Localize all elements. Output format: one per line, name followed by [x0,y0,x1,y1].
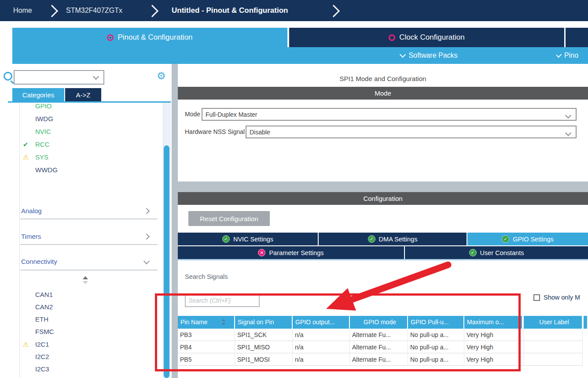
cell-user-label[interactable] [524,329,583,341]
chevron-down-icon [400,51,406,57]
cell-pin[interactable]: PB3 [178,329,235,341]
sidebar-tab-a-to-z[interactable]: A->Z [65,88,101,102]
chevron-down-icon [556,51,562,57]
warning-icon: ⚠ [23,153,29,161]
sidebar-category-timers[interactable]: Timers [21,230,41,243]
sidebar-tab-a-to-z-label: A->Z [76,91,91,99]
cell-mode[interactable]: Alternate Fu... [350,341,408,353]
sidebar-item-gpio[interactable]: GPIO [35,100,52,112]
sidebar-item-i2c3[interactable]: I2C3 [35,363,49,375]
tab-clock-configuration-label-row[interactable]: Clock Configuration [289,28,564,47]
nss-select[interactable]: Disable [246,126,577,138]
warning-icon: ⚠ [23,341,29,348]
column-header-user-label[interactable]: User Label [524,316,583,329]
scroll-down-spinner[interactable] [83,281,88,284]
chevron-right-icon [143,208,150,214]
column-header-extra [584,316,588,329]
sidebar-category-connectivity[interactable]: Connectivity [21,256,57,268]
cell-output[interactable]: n/a [293,353,350,366]
sidebar-item-nvic[interactable]: NVIC [35,125,51,138]
sidebar-scrollbar-thumb[interactable] [164,145,169,378]
tab-pinout-label: Pinout & Configuration [118,33,192,42]
cell-output[interactable]: n/a [293,329,350,341]
tree-panel-border [19,103,20,378]
software-packs-label: Software Packs [408,52,457,59]
success-badge-icon: ✓ [368,235,375,243]
tab-user-constants[interactable]: ✓ User Constants [405,246,588,259]
reset-configuration-button[interactable]: Reset Configuration [188,211,270,226]
tab-nvic-settings[interactable]: ✓ NVIC Settings [178,233,318,245]
sort-desc-icon [222,323,225,325]
cell-signal[interactable]: SPI1_MISO [235,341,293,353]
sidebar-item-fsmc[interactable]: FSMC [35,325,54,338]
tab-pinout-configuration[interactable]: Pinout & Configuration [12,28,287,47]
sidebar-search-combo[interactable] [14,70,104,85]
sidebar-item-sys[interactable]: SYS [35,151,48,163]
sidebar-tab-categories-label: Categories [22,91,55,99]
sidebar-item-eth[interactable]: ETH [35,313,48,326]
sidebar-item-i2c1[interactable]: I2C1 [35,338,49,351]
tab-gpio-settings[interactable]: ✓ GPIO Settings [467,233,588,245]
signals-search-input[interactable] [185,293,260,307]
pinout-menu-label: Pino [564,52,578,59]
tab-dma-settings[interactable]: ✓ DMA Settings [319,233,467,245]
software-packs-menu[interactable]: Software Packs [387,47,471,64]
gear-icon[interactable]: ⚙ [157,70,166,81]
mode-select[interactable]: Full-Duplex Master [202,108,577,121]
column-header-gpio-output[interactable]: GPIO output... [293,316,350,329]
breadcrumb-project[interactable]: Untitled - Pinout & Configuration [172,0,288,21]
cell-user-label[interactable] [524,341,583,353]
tab-clock-label: Clock Configuration [399,33,464,42]
scroll-up-spinner[interactable] [83,276,88,279]
cell-pull[interactable]: No pull-up a... [408,341,464,353]
cell-signal[interactable]: SPI1_MOSI [235,353,293,366]
cell-mode[interactable]: Alternate Fu... [350,329,408,341]
cell-speed[interactable]: Very High [464,353,524,366]
show-only-checkbox[interactable] [533,294,540,301]
sidebar-item-can2[interactable]: CAN2 [35,300,53,313]
cell-pin[interactable]: PB5 [178,353,235,366]
breadcrumb-mcu[interactable]: STM32F407ZGTx [66,0,122,21]
cell-output[interactable]: n/a [293,341,350,353]
check-icon: ✔ [23,141,29,148]
pinout-menu[interactable]: Pino [556,47,585,64]
breadcrumb-home[interactable]: Home [13,0,32,21]
cell-signal[interactable]: SPI1_SCK [235,329,293,341]
cell-pin[interactable]: PB4 [178,341,235,353]
column-header-pin-name[interactable]: Pin Name [178,316,235,329]
stm32cubemx-window: Home STM32F407ZGTx Untitled - Pinout & C… [0,0,588,378]
show-only-checkbox-label: Show only M [544,294,588,301]
sidebar-item-wwdg[interactable]: WWDG [35,163,58,176]
cell-pull[interactable]: No pull-up a... [408,353,464,366]
column-header-gpio-pull[interactable]: GPIO Pull-u... [408,316,464,329]
column-header-max-output[interactable]: Maximum o... [464,316,523,329]
cell-speed[interactable]: Very High [464,341,524,353]
column-header-gpio-mode[interactable]: GPIO mode [350,316,408,329]
search-icon [4,72,12,81]
search-signals-label: Search Signals [185,273,228,280]
sidebar-item-can1[interactable]: CAN1 [35,288,53,301]
sort-asc-icon [222,319,225,321]
success-badge-icon: ✓ [502,235,509,243]
success-badge-icon: ✓ [222,235,230,243]
sidebar-item-i2c2[interactable]: I2C2 [35,350,49,363]
nss-select-value: Disable [250,129,270,136]
sidebar-item-rcc[interactable]: RCC [35,138,50,151]
success-badge-icon: ✓ [469,249,477,256]
tab-user-constants-label: User Constants [480,249,524,256]
sidebar-category-analog[interactable]: Analog [21,205,42,217]
error-badge-icon: ✕ [258,249,265,256]
tab-nvic-settings-label: NVIC Settings [233,236,273,243]
tab-parameter-settings-label: Parameter Settings [269,249,323,256]
sidebar-search-input[interactable] [15,72,92,82]
tab-parameter-settings[interactable]: ✕ Parameter Settings [178,246,404,259]
tab-next-partial[interactable] [566,28,588,47]
chevron-down-icon [565,130,571,136]
sidebar-item-iwdg[interactable]: IWDG [35,112,53,125]
chevron-down-icon [565,112,571,119]
column-header-signal[interactable]: Signal on Pin [235,316,293,329]
cell-user-label[interactable] [524,353,583,366]
cell-pull[interactable]: No pull-up a... [408,329,464,341]
cell-speed[interactable]: Very High [464,329,524,341]
cell-mode[interactable]: Alternate Fu... [350,353,408,366]
